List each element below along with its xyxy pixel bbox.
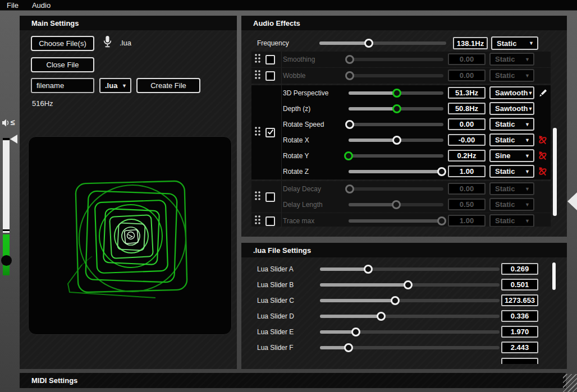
lua-slider[interactable] bbox=[320, 328, 500, 336]
lua-slider[interactable] bbox=[320, 343, 500, 352]
lua-value-box[interactable]: 0.269 bbox=[501, 263, 538, 275]
lua-value-box[interactable]: 0.336 bbox=[501, 310, 538, 322]
lua-scrollbar[interactable] bbox=[552, 262, 556, 290]
effect-slider-thumb[interactable] bbox=[345, 55, 354, 64]
lua-value-box[interactable]: 2.443 bbox=[501, 342, 538, 353]
lua-slider[interactable] bbox=[320, 296, 500, 305]
effect-waveform-dropdown[interactable]: Static▼ bbox=[489, 118, 534, 131]
effect-value-box[interactable]: 1.00 bbox=[448, 165, 486, 177]
effect-slider-thumb[interactable] bbox=[344, 151, 353, 160]
effect-enable-checkbox[interactable] bbox=[265, 192, 275, 202]
effect-value-box[interactable]: -0.00 bbox=[448, 134, 486, 146]
drag-handle-icon[interactable] bbox=[254, 191, 262, 203]
effect-waveform-dropdown[interactable]: Static▼ bbox=[489, 165, 534, 178]
effect-value-box[interactable]: 0.00 bbox=[448, 53, 486, 65]
rotate-axis-icon[interactable] bbox=[538, 135, 548, 145]
main-settings-title: Main Settings bbox=[31, 19, 79, 27]
effect-slider-thumb[interactable] bbox=[437, 167, 446, 176]
effect-slider[interactable] bbox=[349, 151, 443, 160]
microphone-icon[interactable] bbox=[102, 35, 113, 48]
effect-slider[interactable] bbox=[349, 55, 443, 64]
lua-slider[interactable] bbox=[320, 265, 500, 274]
menu-audio[interactable]: Audio bbox=[25, 0, 57, 11]
lua-slider-thumb[interactable] bbox=[391, 296, 400, 305]
effect-slider-thumb[interactable] bbox=[437, 216, 446, 225]
effect-slider[interactable] bbox=[349, 89, 443, 98]
effects-scrollbar[interactable] bbox=[553, 128, 557, 216]
effect-waveform-dropdown[interactable]: Sawtooth▼ bbox=[489, 86, 534, 99]
effect-waveform-dropdown[interactable]: Static▼ bbox=[489, 53, 534, 66]
main-settings-header[interactable]: Main Settings bbox=[20, 16, 237, 30]
effect-waveform-dropdown[interactable]: Static▼ bbox=[489, 182, 534, 195]
choose-files-button[interactable]: Choose File(s) bbox=[31, 36, 94, 51]
effect-waveform-dropdown[interactable]: Static▼ bbox=[489, 133, 534, 146]
audio-effects-header[interactable]: Audio Effects bbox=[241, 16, 567, 30]
lua-settings-header[interactable]: .lua File Settings bbox=[241, 243, 567, 257]
volume-slider-thumb[interactable] bbox=[10, 135, 17, 144]
effect-enable-checkbox[interactable] bbox=[265, 71, 275, 81]
lua-slider[interactable] bbox=[320, 280, 500, 289]
effect-waveform-dropdown[interactable]: Static▼ bbox=[489, 214, 534, 227]
effect-waveform-dropdown[interactable]: Sawtooth▼ bbox=[489, 102, 534, 115]
drag-handle-icon[interactable] bbox=[254, 70, 262, 82]
lua-slider-thumb[interactable] bbox=[351, 328, 360, 336]
menu-file[interactable]: File bbox=[0, 0, 25, 11]
frequency-slider[interactable] bbox=[319, 39, 446, 48]
effect-enable-checkbox[interactable] bbox=[265, 128, 275, 137]
close-file-button[interactable]: Close File bbox=[31, 57, 94, 72]
effect-slider[interactable] bbox=[349, 136, 443, 145]
rotate-axis-icon[interactable] bbox=[538, 151, 548, 161]
effect-slider[interactable] bbox=[349, 167, 443, 176]
create-file-button[interactable]: Create File bbox=[136, 78, 200, 93]
effect-slider-thumb[interactable] bbox=[392, 89, 401, 98]
frequency-value-box[interactable]: 138.1Hz bbox=[453, 37, 488, 49]
drag-handle-icon[interactable] bbox=[254, 215, 262, 227]
lua-value-box[interactable]: 0.501 bbox=[501, 279, 538, 290]
drag-handle-icon[interactable] bbox=[254, 126, 262, 139]
effect-slider-thumb[interactable] bbox=[392, 200, 401, 209]
lua-value-box[interactable]: 1.970 bbox=[501, 326, 538, 338]
volume-slider-track[interactable] bbox=[3, 138, 10, 230]
file-ext-dropdown[interactable]: .lua ▼ bbox=[99, 78, 131, 93]
effect-value-box[interactable]: 0.2Hz bbox=[448, 150, 486, 162]
effect-value-box[interactable]: 0.00 bbox=[448, 118, 486, 130]
effect-slider-thumb[interactable] bbox=[345, 120, 354, 129]
effect-waveform-dropdown[interactable]: Static▼ bbox=[489, 69, 534, 82]
effect-slider[interactable] bbox=[349, 71, 443, 80]
effect-slider-thumb[interactable] bbox=[392, 104, 401, 113]
effect-waveform-dropdown[interactable]: Static▼ bbox=[489, 198, 534, 211]
effect-waveform-dropdown[interactable]: Sine▼ bbox=[489, 149, 534, 162]
edit-pencil-icon[interactable] bbox=[538, 88, 548, 98]
rotate-axis-icon[interactable] bbox=[538, 167, 548, 177]
lua-slider[interactable] bbox=[320, 312, 500, 321]
effect-slider[interactable] bbox=[349, 200, 443, 209]
effect-enable-checkbox[interactable] bbox=[265, 55, 275, 64]
lua-slider-thumb[interactable] bbox=[404, 280, 413, 289]
lua-slider-thumb[interactable] bbox=[377, 312, 386, 321]
window-resize-grip[interactable] bbox=[563, 374, 577, 392]
panel-collapse-arrow[interactable] bbox=[567, 192, 577, 210]
effect-value-box[interactable]: 51.3Hz bbox=[448, 87, 486, 99]
effect-value-box[interactable]: 0.00 bbox=[448, 183, 486, 195]
effect-slider[interactable] bbox=[349, 185, 443, 193]
volume-meter-knob[interactable] bbox=[1, 255, 12, 266]
frequency-slider-thumb[interactable] bbox=[364, 39, 373, 48]
effect-value-box[interactable]: 0.50 bbox=[448, 199, 486, 210]
drag-handle-icon[interactable] bbox=[254, 53, 262, 66]
frequency-waveform-dropdown[interactable]: Static ▼ bbox=[491, 36, 538, 50]
effect-slider-thumb[interactable] bbox=[345, 185, 354, 193]
effect-enable-checkbox[interactable] bbox=[265, 216, 275, 226]
lua-slider-thumb[interactable] bbox=[364, 265, 373, 274]
lua-slider-thumb[interactable] bbox=[344, 343, 353, 352]
effect-value-box[interactable]: 50.8Hz bbox=[448, 103, 486, 114]
effect-value-box[interactable]: 0.00 bbox=[448, 70, 486, 81]
effect-value-box[interactable]: 1.00 bbox=[448, 215, 486, 227]
effect-slider[interactable] bbox=[349, 120, 443, 129]
filename-input[interactable]: filename bbox=[31, 78, 94, 93]
midi-settings-bar[interactable]: MIDI Settings bbox=[20, 373, 566, 388]
effect-slider[interactable] bbox=[349, 216, 443, 225]
effect-slider[interactable] bbox=[349, 104, 443, 113]
effect-slider-thumb[interactable] bbox=[392, 136, 401, 145]
effect-slider-thumb[interactable] bbox=[345, 71, 354, 80]
lua-value-box[interactable]: 1273.653 bbox=[501, 294, 538, 306]
